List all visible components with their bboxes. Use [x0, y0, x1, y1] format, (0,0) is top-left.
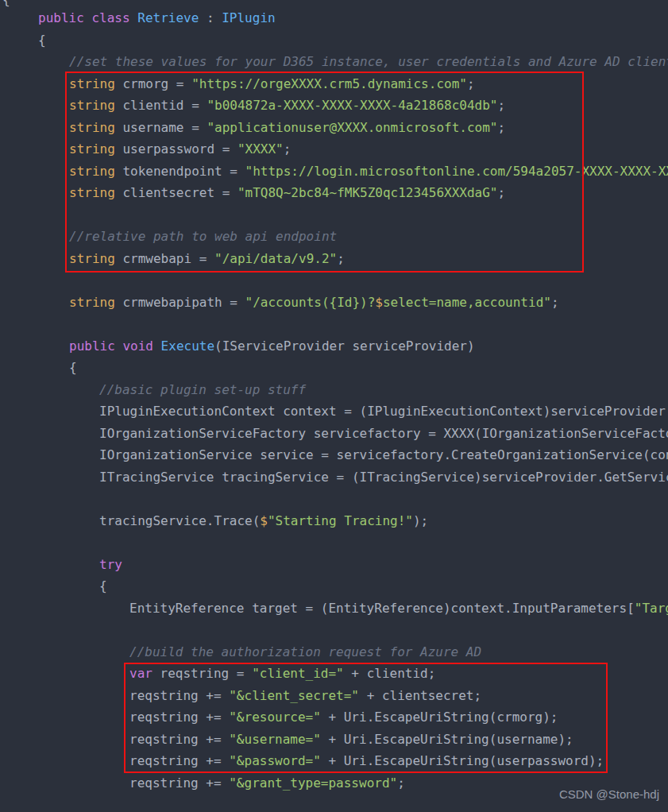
code-line: string crmwebapipath = "/accounts({Id})?…: [0, 292, 668, 314]
code-line: tracingService.Trace($"Starting Tracing!…: [0, 510, 668, 532]
code-token-txt: [130, 10, 138, 25]
annotation-box-auth-request: [124, 663, 608, 773]
code-token-txt: tracingService.Trace(: [99, 513, 260, 528]
code-token-strkw: $: [260, 513, 268, 528]
code-token-txt: [115, 338, 123, 354]
code-line: //set these values for your D365 instanc…: [0, 51, 668, 73]
code-line: IPluginExecutionContext context = (IPlug…: [0, 400, 668, 423]
code-token-txt: {: [38, 33, 46, 48]
code-token-type: Retrieve: [137, 10, 199, 25]
code-line: //build the authorization request for Az…: [0, 641, 668, 663]
code-token-kw: class: [91, 10, 129, 25]
code-line: EntityReference target = (EntityReferenc…: [0, 597, 668, 620]
code-line: {: [0, 575, 668, 597]
code-token-str: "Targe: [635, 601, 668, 616]
code-token-txt: EntityReference target = (EntityReferenc…: [129, 601, 635, 616]
code-token-str: select=name,accountid": [383, 295, 551, 310]
code-token-txt: :: [199, 10, 222, 25]
code-token-cmt: //build the authorization request for Az…: [129, 644, 481, 659]
code-line: public void Execute(IServiceProvider ser…: [0, 335, 668, 358]
code-token-txt: IOrganizationServiceFactory servicefacto…: [99, 426, 668, 441]
code-token-txt: {: [69, 360, 77, 375]
code-token-txt: ;: [397, 775, 405, 791]
csdn-watermark: CSDN @Stone-hdj: [559, 787, 659, 801]
code-token-kw: public: [38, 10, 84, 25]
code-token-txt: ITracingService tracingService = (ITraci…: [99, 470, 668, 485]
code-token-txt: {: [99, 578, 107, 594]
code-token-txt: reqstring +=: [129, 775, 229, 791]
code-line: [0, 313, 668, 335]
code-token-kw: public: [69, 338, 115, 354]
code-line: public class Retrieve : IPlugin: [0, 7, 668, 29]
code-line: {: [0, 29, 668, 52]
code-line: [0, 488, 668, 510]
code-line: [0, 269, 668, 292]
code-line: ITracingService tracingService = (ITraci…: [0, 466, 668, 489]
annotation-box-credentials: [65, 72, 584, 273]
code-token-txt: crmwebapipath =: [115, 295, 245, 310]
code-token-str: "/accounts({Id})?: [245, 295, 376, 310]
code-line: IOrganizationService service = servicefa…: [0, 444, 668, 466]
code-token-txt: IPluginExecutionContext context = (IPlug…: [99, 404, 668, 419]
code-token-cmt: //set these values for your D365 instanc…: [69, 54, 668, 69]
code-token-str: "Starting Tracing!": [268, 513, 413, 528]
code-token-txt: [84, 10, 92, 25]
code-token-strkw: string: [69, 295, 115, 310]
code-token-str: "&grant_type=password": [229, 775, 397, 791]
code-token-txt: );: [413, 513, 428, 528]
code-line: [0, 619, 668, 641]
code-line: try: [0, 554, 668, 576]
code-token-txt: [153, 338, 161, 354]
code-token-type: Execute: [161, 338, 214, 354]
code-line: IOrganizationServiceFactory servicefacto…: [0, 423, 668, 445]
code-token-strkw: $: [375, 295, 383, 310]
code-token-type: IPlugin: [222, 10, 275, 25]
code-token-txt: ;: [551, 295, 559, 310]
code-token-txt: (IServiceProvider serviceProvider): [214, 338, 475, 354]
code-line: [0, 532, 668, 554]
code-token-cmt: //basic plugin set-up stuff: [99, 382, 306, 397]
code-line: //basic plugin set-up stuff: [0, 379, 668, 401]
code-line: {: [0, 357, 668, 379]
code-token-txt: IOrganizationService service = servicefa…: [99, 447, 668, 462]
code-token-kw: try: [99, 557, 122, 572]
code-token-kw: void: [122, 338, 153, 354]
